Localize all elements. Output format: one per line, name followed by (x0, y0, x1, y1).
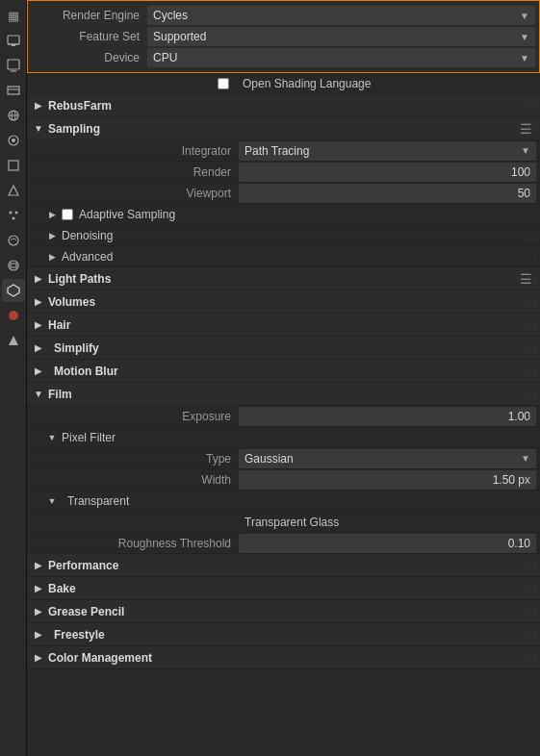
render-label: Render (27, 165, 239, 179)
output-icon[interactable] (2, 54, 25, 77)
filter-type-select[interactable]: Gaussian ▼ (239, 449, 536, 468)
sampling-header[interactable]: ▼ Sampling ☰ (27, 117, 540, 140)
filter-type-label: Type (27, 452, 239, 466)
render-engine-field[interactable]: Cycles ▼ (147, 6, 535, 25)
svg-rect-3 (8, 60, 19, 69)
feature-set-label: Feature Set (32, 30, 147, 43)
adaptive-sampling-checkbox[interactable] (62, 209, 73, 220)
svg-point-14 (14, 212, 17, 214)
transparent-label: Transparent (67, 494, 129, 508)
exposure-value[interactable]: 1.00 (239, 407, 536, 426)
motion-blur-header[interactable]: ▶ Motion Blur (27, 360, 540, 383)
advanced-label: Advanced (62, 250, 113, 264)
film-header[interactable]: ▼ Film (27, 383, 540, 406)
feature-set-select[interactable]: Supported ▼ (147, 27, 535, 46)
performance-triangle: ▶ (33, 560, 44, 571)
denoising-header[interactable]: ▶ Denoising (27, 225, 540, 246)
integrator-arrow: ▼ (521, 145, 530, 156)
adaptive-sampling-header[interactable]: ▶ Adaptive Sampling (27, 204, 540, 225)
simplify-title: Simplify (54, 341, 99, 355)
integrator-select[interactable]: Path Tracing ▼ (239, 141, 536, 161)
motion-blur-title: Motion Blur (54, 365, 118, 378)
sampling-menu[interactable]: ☰ (520, 121, 532, 137)
sidebar: ▦ (0, 0, 27, 756)
svg-rect-12 (9, 161, 18, 170)
open-shading-checkbox[interactable] (218, 78, 229, 89)
device-arrow: ▼ (520, 53, 529, 63)
shader-icon[interactable] (2, 329, 25, 352)
svg-rect-2 (12, 44, 15, 46)
motion-blur-triangle: ▶ (33, 365, 44, 377)
pixel-filter-label: Pixel Filter (62, 431, 116, 444)
svg-marker-18 (8, 285, 19, 296)
feature-set-field[interactable]: Supported ▼ (147, 27, 535, 46)
freestyle-header[interactable]: ▶ Freestyle (27, 623, 540, 646)
volumes-header[interactable]: ▶ Volumes (27, 290, 540, 314)
constraints-icon[interactable] (2, 254, 25, 277)
open-shading-label: Open Shading Language (243, 77, 371, 90)
bake-triangle: ▶ (33, 583, 44, 594)
data-icon[interactable] (2, 279, 25, 302)
film-triangle: ▼ (33, 389, 44, 400)
simplify-header[interactable]: ▶ Simplify (27, 337, 540, 360)
light-paths-menu[interactable]: ☰ (520, 271, 532, 287)
material-icon[interactable] (2, 304, 25, 327)
properties-area: Open Shading Language ▶ RebusFarm ▼ Samp… (27, 73, 540, 756)
rebus-farm-header[interactable]: ▶ RebusFarm (27, 94, 540, 117)
transparent-header[interactable]: ▼ Transparent (27, 491, 540, 512)
viewport-value[interactable]: 50 (239, 184, 536, 203)
light-paths-header[interactable]: ▶ Light Paths ☰ (27, 267, 540, 290)
viewport-label: Viewport (27, 187, 239, 200)
svg-point-11 (12, 139, 15, 142)
device-row: Device CPU ▼ (28, 47, 539, 68)
color-management-header[interactable]: ▶ Color Management (27, 646, 540, 669)
sampling-triangle: ▼ (33, 123, 44, 135)
pixel-filter-triangle: ▼ (46, 432, 58, 443)
transparent-glass-label: Transparent Glass (244, 516, 339, 529)
object-icon[interactable] (2, 154, 25, 177)
physics-icon[interactable] (2, 229, 25, 252)
adaptive-triangle: ▶ (46, 209, 58, 220)
render-engine-arrow: ▼ (520, 11, 529, 21)
grease-pencil-triangle: ▶ (33, 606, 44, 617)
svg-rect-0 (8, 36, 19, 44)
particles-icon[interactable] (2, 204, 25, 227)
device-field[interactable]: CPU ▼ (147, 48, 535, 67)
filter-type-arrow: ▼ (521, 453, 530, 464)
filter-width-value[interactable]: 1.50 px (239, 470, 536, 490)
transparent-triangle: ▼ (46, 495, 58, 507)
advanced-header[interactable]: ▶ Advanced (27, 246, 540, 267)
rebus-farm-title: RebusFarm (48, 99, 112, 113)
render-icon[interactable] (2, 29, 25, 52)
render-engine-row: Render Engine Cycles ▼ (28, 5, 539, 26)
render-value[interactable]: 100 (239, 163, 536, 182)
exposure-label: Exposure (27, 410, 239, 423)
integrator-label: Integrator (27, 144, 239, 158)
rebus-farm-triangle: ▶ (33, 100, 44, 112)
performance-title: Performance (48, 559, 118, 572)
svg-point-16 (9, 236, 18, 245)
world-icon[interactable] (2, 129, 25, 152)
sampling-title: Sampling (48, 122, 100, 136)
roughness-value[interactable]: 0.10 (239, 534, 536, 553)
view-layer-icon[interactable] (2, 79, 25, 102)
open-shading-row: Open Shading Language (27, 73, 540, 94)
scene-props-icon[interactable] (2, 104, 25, 127)
device-select[interactable]: CPU ▼ (147, 48, 535, 67)
scene-icon[interactable]: ▦ (2, 4, 25, 27)
feature-set-arrow: ▼ (520, 32, 529, 42)
color-management-title: Color Management (48, 651, 152, 665)
performance-header[interactable]: ▶ Performance (27, 554, 540, 577)
grease-pencil-header[interactable]: ▶ Grease Pencil (27, 600, 540, 623)
hair-header[interactable]: ▶ Hair (27, 314, 540, 337)
render-engine-select[interactable]: Cycles ▼ (147, 6, 535, 25)
advanced-triangle: ▶ (46, 251, 58, 263)
svg-point-15 (12, 217, 14, 220)
svg-point-19 (9, 311, 18, 320)
roughness-label: Roughness Threshold (27, 537, 239, 550)
pixel-filter-header[interactable]: ▼ Pixel Filter (27, 427, 540, 448)
hair-triangle: ▶ (33, 319, 44, 331)
render-engine-label: Render Engine (32, 9, 147, 22)
bake-header[interactable]: ▶ Bake (27, 577, 540, 600)
modifier-icon[interactable] (2, 179, 25, 202)
